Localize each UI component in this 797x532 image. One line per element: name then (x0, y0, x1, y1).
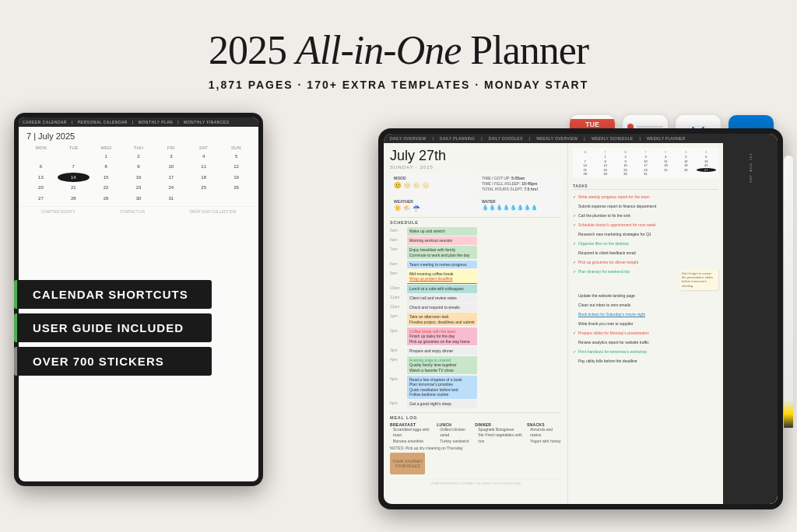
task-6: ✓ Organize files on the desktop (573, 241, 718, 247)
task-1: ✓ Write weekly progress report for the t… (573, 194, 718, 200)
nav-finances: MONTHLY FINANCES (184, 120, 230, 124)
nav-sep3: | (177, 120, 179, 124)
meal-extras: YOUR JOURNEYYOUR RULES (390, 453, 561, 474)
weather-section: WEATHER ☀️ 🌤️ ☔ (390, 197, 473, 214)
mini-cal-header: MTWTFSS (575, 150, 716, 154)
task-9: ✓ Plan itinerary for weekend trip (573, 269, 677, 275)
pencil-decoration (784, 156, 793, 428)
meal-snacks: SNACKS Almonds and raisinsYogurt with ho… (527, 422, 561, 445)
nav-career: CAREER CALENDAR (23, 120, 67, 124)
right-tablet: DAILY OVERVIEW | DAILY PLANNING | DAILY … (378, 128, 783, 509)
rnav-2: DAILY PLANNING (440, 136, 475, 141)
daily-sub: SUNDAY · 2025 (390, 165, 561, 170)
weather-label: WEATHER (394, 199, 469, 204)
schedule-item-10am: 10am Lunch at a cafe with colleagues (390, 285, 561, 293)
rnav-1: DAILY OVERVIEW (390, 136, 426, 141)
tasks-panel: MTWTFSS 123456 78910111213 1415161718192… (567, 143, 723, 504)
task-8: ✓ Pick up groceries for dinner tonight (573, 260, 718, 265)
task-9-row: ✓ Plan itinerary for weekend trip Don't … (573, 269, 718, 290)
meal-notes: NOTES: Pick up dry cleaning on Thursday (390, 446, 561, 450)
feature-badge-guide: USER GUIDE INCLUDED (14, 313, 212, 342)
task-15: ✓ Review analytics report for website tr… (573, 340, 718, 345)
schedule-item-9am: 9am Mid-morning coffee breakWrap up proj… (390, 270, 561, 284)
mini-cal-days: 123456 78910111213 14151617181920 212223… (575, 155, 716, 176)
calendar-days-grid: 1 2 3 4 5 6 7 8 9 10 11 12 13 14 15 16 1… (25, 152, 252, 203)
mood-label: MOOD (394, 176, 469, 180)
sidebar-month-3: SEP (749, 174, 753, 183)
schedule-item-7am: 7am Enjoy breakfast with familyCommute t… (390, 246, 561, 259)
right-nav: DAILY OVERVIEW | DAILY PLANNING | DAILY … (384, 134, 778, 143)
feature-badge-stickers: OVER 700 STICKERS (14, 347, 212, 376)
rnav-4: WEEKLY OVERVIEW (536, 136, 578, 141)
mood-icons: 🙂 😊 😐 😔 (394, 182, 469, 189)
feature-label-1: CALENDAR SHORTCUTS (33, 288, 188, 301)
left-nav: CAREER CALENDAR | PERSONAL CALENDAR | MO… (19, 117, 258, 127)
feature-label-2: USER GUIDE INCLUDED (33, 321, 184, 334)
title-italic: All-in-One (296, 28, 461, 72)
mood-icon-2: 😊 (403, 182, 411, 189)
sidebar-month-label: JUL (749, 152, 753, 160)
schedule-item-2pm: 2pm Coffee break with the teamFinish up … (390, 327, 561, 346)
meal-breakfast: BREAKFAST Scrambled eggs with toastBanan… (390, 422, 434, 445)
task-14: ✓ Prepare slides for Monday's presentati… (573, 331, 718, 336)
mini-calendar: MTWTFSS 123456 78910111213 1415161718192… (573, 148, 718, 178)
mood-icon-4: 😔 (422, 182, 430, 189)
schedule-item-6pm: 6pm Get a good night's sleep (390, 400, 561, 408)
weather-icons: ☀️ 🌤️ ☔ (394, 205, 469, 212)
meal-cols: BREAKFAST Scrambled eggs with toastBanan… (390, 422, 561, 445)
schedule-item-6am: 6am Morning workout session (390, 236, 561, 245)
task-3: ✓ Call the plumber to fix the sink (573, 213, 718, 219)
time-fell-asleep: TIME I FELL ASLEEP: 10:45pm (482, 181, 557, 186)
meal-label: MEAL LOG (390, 412, 561, 420)
task-7: ✓ Respond to client feedback email (573, 250, 718, 256)
water-label: WATER (482, 199, 557, 204)
task-16: ✓ Print handouts for tomorrow's workshop (573, 349, 718, 355)
water-icons: 💧💧💧💧💧💧💧💧 (482, 205, 557, 211)
sidebar-month-2: AUG (749, 163, 753, 172)
right-content: July 27th SUNDAY · 2025 MOOD 🙂 😊 😐 😔 (384, 143, 778, 504)
feature-badges-container: CALENDAR SHORTCUTS USER GUIDE INCLUDED O… (14, 280, 212, 376)
mood-icon-1: 🙂 (394, 182, 402, 189)
schedule-item-4pm: 4pm Evening yoga to unwindQuality family… (390, 356, 561, 375)
task-2: ✓ Submit expense report to finance depar… (573, 204, 718, 209)
feature-badge-calendar: CALENDAR SHORTCUTS (14, 280, 212, 309)
task-13: ✓ Write thank-you note to supplier (573, 321, 718, 327)
nav-personal: PERSONAL CALENDAR (78, 120, 128, 124)
journey-stamp: YOUR JOURNEYYOUR RULES (390, 453, 425, 474)
schedule-item-3pm: 3pm Prepare and enjoy dinner (390, 347, 561, 355)
total-sleep: TOTAL HOURS SLEPT: 7.5 hrs! (482, 187, 557, 191)
right-sidebar: JUL AUG SEP (723, 143, 778, 504)
month-date-label: 7 | July 2025 (26, 131, 75, 141)
meal-lunch: LUNCH Grilled chicken saladTurkey sandwi… (437, 422, 472, 445)
task-12: ✓ Book tickets for Saturday's movie nigh… (573, 312, 718, 317)
schedule-label: SCHEDULE (390, 217, 561, 225)
meal-log: MEAL LOG BREAKFAST Scrambled eggs with t… (390, 412, 561, 475)
water-section: WATER 💧💧💧💧💧💧💧💧 (478, 197, 561, 214)
time-got-up: TIME I GOT UP: 5:05am (482, 176, 557, 180)
line-1 (637, 126, 663, 128)
mood-icon-3: 😐 (413, 182, 420, 189)
time-section: TIME I GOT UP: 5:05am TIME I FELL ASLEEP… (478, 173, 561, 194)
calendar-days-header: MON TUE WED THU FRI SAT SUN (25, 145, 252, 150)
right-main: July 27th SUNDAY · 2025 MOOD 🙂 😊 😐 😔 (384, 143, 567, 504)
hero-stats: 1,871 PAGES · 170+ EXTRA TEMPLATES · MON… (0, 79, 797, 91)
schedule-items: 5am Wake up and stretch 6am Morning work… (390, 227, 561, 408)
schedule-item-11am: 11am Client call and review notes (390, 294, 561, 303)
mood-weather-row: MOOD 🙂 😊 😐 😔 TIME I GOT UP: 5:05am TIME … (390, 173, 561, 194)
post-it-note: Don't forget to review the presentation … (679, 269, 718, 290)
left-date: 7 | July 2025 (19, 127, 258, 142)
nav-monthly: MONTHLY PLAN (139, 120, 173, 124)
calendar-grid: MON TUE WED THU FRI SAT SUN 1 2 3 4 5 6 … (19, 142, 258, 206)
schedule-item-1pm: 1pm Take an afternoon taskFinalize proje… (390, 313, 561, 326)
nav-sep1: | (72, 120, 73, 124)
daily-date: July 27th (390, 148, 561, 164)
weather-water-row: WEATHER ☀️ 🌤️ ☔ WATER 💧💧💧💧💧💧💧💧 (390, 197, 561, 214)
task-17: ✓ Pay utility bills before the deadline (573, 359, 718, 364)
task-10: ✓ Update the website landing page (573, 293, 718, 299)
right-footer: CHAPTER EIGHTY | CONTACT US | SHOP OUR C… (390, 479, 561, 485)
title-year: 2025 (209, 28, 296, 72)
task-11: ✓ Clean out inbox to zero emails (573, 303, 718, 308)
schedule-item-8am: 8am Team meeting to review progress (390, 261, 561, 269)
right-tablet-screen: DAILY OVERVIEW | DAILY PLANNING | DAILY … (384, 134, 778, 504)
schedule-item-12pm: 12pm Check and respond to emails (390, 303, 561, 312)
